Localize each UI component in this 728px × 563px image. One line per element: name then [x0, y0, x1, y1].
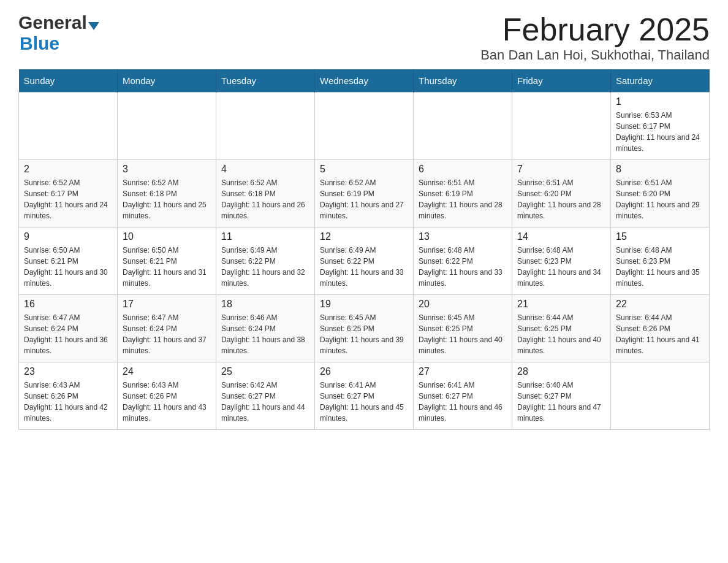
logo-arrow-icon [88, 22, 99, 30]
day-number: 26 [320, 366, 408, 377]
calendar-week-row: 23Sunrise: 6:43 AM Sunset: 6:26 PM Dayli… [19, 362, 710, 430]
day-number: 20 [419, 299, 507, 310]
calendar-cell: 12Sunrise: 6:49 AM Sunset: 6:22 PM Dayli… [315, 228, 414, 295]
calendar-cell: 26Sunrise: 6:41 AM Sunset: 6:27 PM Dayli… [315, 362, 414, 430]
day-number: 3 [123, 164, 211, 175]
calendar-cell: 5Sunrise: 6:52 AM Sunset: 6:19 PM Daylig… [315, 160, 414, 228]
day-info: Sunrise: 6:44 AM Sunset: 6:26 PM Dayligh… [616, 312, 704, 356]
day-info: Sunrise: 6:43 AM Sunset: 6:26 PM Dayligh… [24, 380, 112, 424]
day-number: 7 [517, 164, 605, 175]
day-number: 27 [419, 366, 507, 377]
calendar-cell: 17Sunrise: 6:47 AM Sunset: 6:24 PM Dayli… [118, 295, 216, 362]
title-block: February 2025 Ban Dan Lan Hoi, Sukhothai… [480, 12, 710, 63]
calendar-cell [315, 93, 414, 160]
day-info: Sunrise: 6:51 AM Sunset: 6:20 PM Dayligh… [616, 177, 704, 221]
day-info: Sunrise: 6:52 AM Sunset: 6:18 PM Dayligh… [123, 177, 211, 221]
calendar-cell: 15Sunrise: 6:48 AM Sunset: 6:23 PM Dayli… [611, 228, 710, 295]
day-info: Sunrise: 6:53 AM Sunset: 6:17 PM Dayligh… [616, 110, 704, 154]
calendar-cell: 27Sunrise: 6:41 AM Sunset: 6:27 PM Dayli… [414, 362, 512, 430]
calendar-header: Sunday Monday Tuesday Wednesday Thursday… [19, 69, 710, 93]
calendar-cell: 2Sunrise: 6:52 AM Sunset: 6:17 PM Daylig… [19, 160, 118, 228]
day-info: Sunrise: 6:41 AM Sunset: 6:27 PM Dayligh… [320, 380, 408, 424]
calendar-week-row: 2Sunrise: 6:52 AM Sunset: 6:17 PM Daylig… [19, 160, 710, 228]
col-tuesday: Tuesday [216, 69, 315, 93]
day-number: 17 [123, 299, 211, 310]
col-monday: Monday [118, 69, 216, 93]
day-number: 11 [221, 231, 309, 242]
calendar-cell [414, 93, 512, 160]
col-thursday: Thursday [414, 69, 512, 93]
calendar-week-row: 9Sunrise: 6:50 AM Sunset: 6:21 PM Daylig… [19, 228, 710, 295]
calendar-cell: 8Sunrise: 6:51 AM Sunset: 6:20 PM Daylig… [611, 160, 710, 228]
calendar-week-row: 1Sunrise: 6:53 AM Sunset: 6:17 PM Daylig… [19, 93, 710, 160]
day-info: Sunrise: 6:45 AM Sunset: 6:25 PM Dayligh… [419, 312, 507, 356]
calendar-table: Sunday Monday Tuesday Wednesday Thursday… [18, 69, 710, 430]
day-info: Sunrise: 6:47 AM Sunset: 6:24 PM Dayligh… [123, 312, 211, 356]
day-number: 8 [616, 164, 704, 175]
calendar-cell: 21Sunrise: 6:44 AM Sunset: 6:25 PM Dayli… [512, 295, 611, 362]
day-number: 28 [517, 366, 605, 377]
day-info: Sunrise: 6:51 AM Sunset: 6:20 PM Dayligh… [517, 177, 605, 221]
day-number: 19 [320, 299, 408, 310]
day-number: 4 [221, 164, 309, 175]
calendar-cell: 1Sunrise: 6:53 AM Sunset: 6:17 PM Daylig… [611, 93, 710, 160]
day-number: 1 [616, 96, 704, 107]
day-info: Sunrise: 6:42 AM Sunset: 6:27 PM Dayligh… [221, 380, 309, 424]
day-number: 18 [221, 299, 309, 310]
day-info: Sunrise: 6:52 AM Sunset: 6:17 PM Dayligh… [24, 177, 112, 221]
day-info: Sunrise: 6:43 AM Sunset: 6:26 PM Dayligh… [123, 380, 211, 424]
day-info: Sunrise: 6:46 AM Sunset: 6:24 PM Dayligh… [221, 312, 309, 356]
calendar-subtitle: Ban Dan Lan Hoi, Sukhothai, Thailand [480, 47, 710, 63]
calendar-cell: 19Sunrise: 6:45 AM Sunset: 6:25 PM Dayli… [315, 295, 414, 362]
day-info: Sunrise: 6:40 AM Sunset: 6:27 PM Dayligh… [517, 380, 605, 424]
day-number: 10 [123, 231, 211, 242]
day-number: 5 [320, 164, 408, 175]
day-info: Sunrise: 6:52 AM Sunset: 6:18 PM Dayligh… [221, 177, 309, 221]
day-info: Sunrise: 6:47 AM Sunset: 6:24 PM Dayligh… [24, 312, 112, 356]
calendar-week-row: 16Sunrise: 6:47 AM Sunset: 6:24 PM Dayli… [19, 295, 710, 362]
day-number: 23 [24, 366, 112, 377]
calendar-cell [512, 93, 611, 160]
day-number: 12 [320, 231, 408, 242]
day-number: 14 [517, 231, 605, 242]
calendar-cell: 4Sunrise: 6:52 AM Sunset: 6:18 PM Daylig… [216, 160, 315, 228]
day-number: 25 [221, 366, 309, 377]
col-friday: Friday [512, 69, 611, 93]
col-saturday: Saturday [611, 69, 710, 93]
day-info: Sunrise: 6:48 AM Sunset: 6:23 PM Dayligh… [616, 245, 704, 289]
calendar-cell [19, 93, 118, 160]
calendar-cell: 9Sunrise: 6:50 AM Sunset: 6:21 PM Daylig… [19, 228, 118, 295]
day-number: 15 [616, 231, 704, 242]
day-info: Sunrise: 6:52 AM Sunset: 6:19 PM Dayligh… [320, 177, 408, 221]
page-header: General Blue February 2025 Ban Dan Lan H… [18, 12, 710, 63]
calendar-cell: 18Sunrise: 6:46 AM Sunset: 6:24 PM Dayli… [216, 295, 315, 362]
day-info: Sunrise: 6:49 AM Sunset: 6:22 PM Dayligh… [320, 245, 408, 289]
day-number: 16 [24, 299, 112, 310]
day-info: Sunrise: 6:44 AM Sunset: 6:25 PM Dayligh… [517, 312, 605, 356]
day-number: 9 [24, 231, 112, 242]
day-info: Sunrise: 6:49 AM Sunset: 6:22 PM Dayligh… [221, 245, 309, 289]
day-number: 13 [419, 231, 507, 242]
calendar-cell: 10Sunrise: 6:50 AM Sunset: 6:21 PM Dayli… [118, 228, 216, 295]
calendar-cell: 20Sunrise: 6:45 AM Sunset: 6:25 PM Dayli… [414, 295, 512, 362]
day-number: 6 [419, 164, 507, 175]
day-number: 22 [616, 299, 704, 310]
day-info: Sunrise: 6:48 AM Sunset: 6:22 PM Dayligh… [419, 245, 507, 289]
calendar-cell: 22Sunrise: 6:44 AM Sunset: 6:26 PM Dayli… [611, 295, 710, 362]
day-number: 24 [123, 366, 211, 377]
logo-blue: Blue [20, 33, 59, 53]
calendar-cell: 13Sunrise: 6:48 AM Sunset: 6:22 PM Dayli… [414, 228, 512, 295]
calendar-cell: 23Sunrise: 6:43 AM Sunset: 6:26 PM Dayli… [19, 362, 118, 430]
calendar-cell: 25Sunrise: 6:42 AM Sunset: 6:27 PM Dayli… [216, 362, 315, 430]
calendar-cell [118, 93, 216, 160]
day-number: 2 [24, 164, 112, 175]
calendar-cell [611, 362, 710, 430]
day-info: Sunrise: 6:51 AM Sunset: 6:19 PM Dayligh… [419, 177, 507, 221]
day-info: Sunrise: 6:50 AM Sunset: 6:21 PM Dayligh… [24, 245, 112, 289]
logo-general: General [18, 12, 87, 33]
calendar-cell: 7Sunrise: 6:51 AM Sunset: 6:20 PM Daylig… [512, 160, 611, 228]
col-wednesday: Wednesday [315, 69, 414, 93]
day-info: Sunrise: 6:50 AM Sunset: 6:21 PM Dayligh… [123, 245, 211, 289]
calendar-cell: 11Sunrise: 6:49 AM Sunset: 6:22 PM Dayli… [216, 228, 315, 295]
calendar-cell: 3Sunrise: 6:52 AM Sunset: 6:18 PM Daylig… [118, 160, 216, 228]
